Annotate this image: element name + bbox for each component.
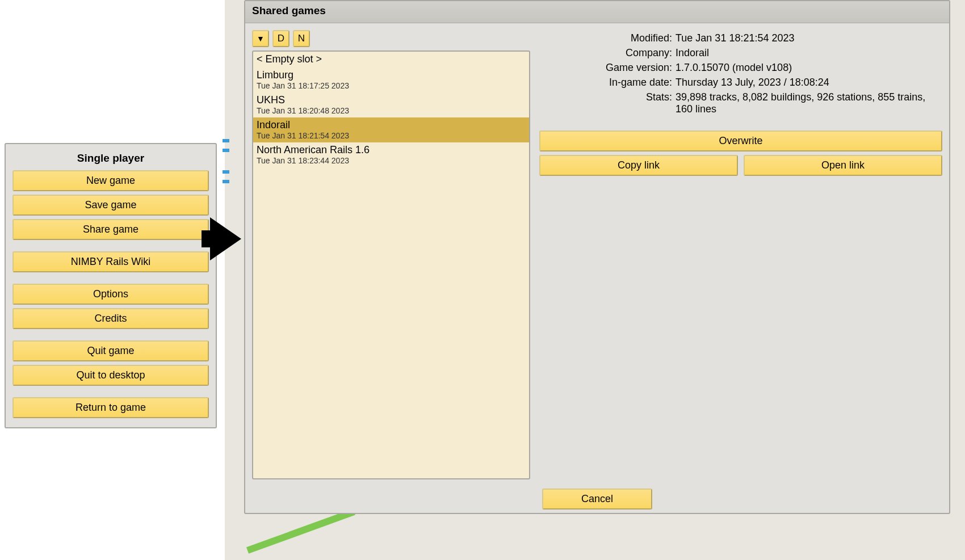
share-game-button[interactable]: Share game (12, 219, 209, 240)
save-slot-date: Tue Jan 31 18:20:48 2023 (257, 106, 526, 115)
stats-value: 39,898 tracks, 8,082 buildings, 926 stat… (676, 91, 942, 115)
save-slot-name: Indorail (257, 119, 526, 131)
list-item[interactable]: Indorail Tue Jan 31 18:21:54 2023 (253, 117, 529, 142)
game-version-label: Game version: (539, 62, 676, 74)
game-version-value: 1.7.0.15070 (model v108) (676, 62, 942, 74)
arrow-icon (210, 217, 241, 260)
single-player-panel: Single player New game Save game Share g… (5, 143, 217, 428)
saved-games-list[interactable]: < Empty slot > Limburg Tue Jan 31 18:17:… (252, 50, 530, 479)
list-item[interactable]: Limburg Tue Jan 31 18:17:25 2023 (253, 68, 529, 92)
quit-desktop-button[interactable]: Quit to desktop (12, 365, 209, 386)
single-player-title: Single player (12, 149, 209, 170)
save-slot-name: UKHS (257, 94, 526, 106)
sort-by-name-button[interactable]: N (293, 30, 310, 47)
save-slot-name: Limburg (257, 69, 526, 81)
save-details: Modified: Tue Jan 31 18:21:54 2023 Compa… (539, 30, 942, 118)
sort-toolbar: ▼ D N (252, 30, 530, 47)
list-item[interactable]: UKHS Tue Jan 31 18:20:48 2023 (253, 92, 529, 117)
quit-game-button[interactable]: Quit game (12, 340, 209, 361)
save-slot-date: Tue Jan 31 18:21:54 2023 (257, 131, 526, 140)
list-item[interactable]: < Empty slot > (253, 52, 529, 68)
list-item[interactable]: North American Rails 1.6 Tue Jan 31 18:2… (253, 142, 529, 167)
company-value: Indorail (676, 47, 942, 59)
open-link-button[interactable]: Open link (744, 155, 942, 176)
ingame-date-value: Thursday 13 July, 2023 / 18:08:24 (676, 77, 942, 89)
save-slot-date: Tue Jan 31 18:23:44 2023 (257, 156, 526, 165)
modified-label: Modified: (539, 32, 676, 44)
copy-link-button[interactable]: Copy link (539, 155, 738, 176)
credits-button[interactable]: Credits (12, 308, 209, 329)
chevron-down-icon: ▼ (257, 34, 265, 43)
save-slot-date: Tue Jan 31 18:17:25 2023 (257, 81, 526, 90)
options-button[interactable]: Options (12, 284, 209, 305)
save-slot-name: < Empty slot > (257, 53, 526, 65)
wiki-button[interactable]: NIMBY Rails Wiki (12, 251, 209, 272)
save-slot-name: North American Rails 1.6 (257, 144, 526, 156)
shared-games-panel: Shared games ▼ D N < Empty slot > Limbur… (244, 0, 950, 514)
company-label: Company: (539, 47, 676, 59)
overwrite-button[interactable]: Overwrite (539, 130, 942, 151)
modified-value: Tue Jan 31 18:21:54 2023 (676, 32, 942, 44)
shared-games-title: Shared games (245, 1, 949, 23)
return-button[interactable]: Return to game (12, 397, 209, 418)
save-game-button[interactable]: Save game (12, 195, 209, 216)
sort-dropdown-button[interactable]: ▼ (252, 30, 269, 47)
sort-by-date-button[interactable]: D (272, 30, 290, 47)
ingame-date-label: In-game date: (539, 77, 676, 89)
new-game-button[interactable]: New game (12, 170, 209, 191)
stats-label: Stats: (539, 91, 676, 115)
cancel-button[interactable]: Cancel (542, 489, 652, 510)
